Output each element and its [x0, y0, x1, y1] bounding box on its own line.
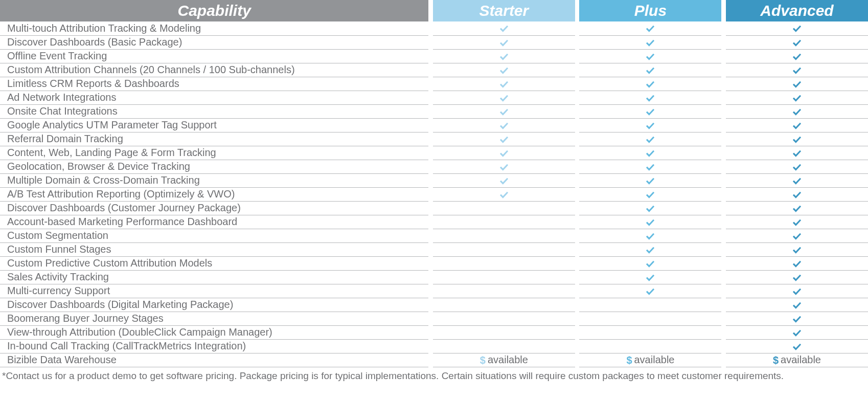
capability-label: Custom Predictive Custom Attribution Mod… [0, 256, 428, 270]
column-gap [721, 146, 725, 160]
column-gap [575, 49, 579, 63]
check-icon [791, 133, 803, 144]
table-row: In-bound Call Tracking (CallTrackMetrics… [0, 339, 868, 353]
plan-cell [579, 256, 721, 270]
column-gap [721, 353, 725, 367]
available-label: available [488, 355, 528, 366]
plan-cell [726, 256, 868, 270]
plan-cell [579, 173, 721, 187]
plan-cell [433, 339, 575, 353]
capability-label: Bizible Data Warehouse [0, 353, 428, 367]
check-icon [644, 92, 656, 103]
plan-cell [579, 312, 721, 325]
plan-cell [579, 298, 721, 312]
plan-cell [433, 201, 575, 215]
plan-cell [433, 104, 575, 118]
column-gap [575, 146, 579, 160]
check-icon [791, 147, 803, 158]
check-icon [644, 188, 656, 200]
available-label: available [634, 355, 675, 366]
plan-cell [726, 229, 868, 242]
column-gap [721, 187, 725, 201]
check-icon [498, 105, 510, 117]
column-gap [428, 229, 432, 242]
capability-label: Ad Network Integrations [0, 91, 428, 104]
check-icon [791, 216, 803, 227]
table-row: Ad Network Integrations [0, 91, 868, 104]
capability-label: Google Analytics UTM Parameter Tag Suppo… [0, 118, 428, 132]
column-gap [428, 270, 432, 284]
header-plan-plus: Plus [579, 0, 721, 21]
check-icon [791, 285, 803, 296]
column-gap [428, 312, 432, 325]
plan-cell [579, 215, 721, 229]
plan-cell [579, 132, 721, 146]
column-gap [721, 77, 725, 91]
column-gap [428, 339, 432, 353]
capability-label: A/B Test Attribution Reporting (Optimize… [0, 187, 428, 201]
check-icon [644, 230, 656, 241]
capability-label: Sales Activity Tracking [0, 270, 428, 284]
check-icon [791, 271, 803, 282]
capability-label: Offline Event Tracking [0, 49, 428, 63]
plan-cell: $available [433, 353, 575, 367]
plan-cell [579, 118, 721, 132]
check-icon [498, 36, 510, 48]
plan-cell [726, 160, 868, 173]
table-row: Multi-touch Attribution Tracking & Model… [0, 21, 868, 35]
plan-cell [726, 146, 868, 160]
plan-cell [579, 49, 721, 63]
table-row: Custom Segmentation [0, 229, 868, 242]
check-icon [644, 161, 656, 172]
column-gap [428, 173, 432, 187]
column-gap [428, 104, 432, 118]
column-gap [721, 201, 725, 215]
check-icon [791, 92, 803, 103]
column-gap [721, 118, 725, 132]
plan-cell [726, 187, 868, 201]
column-gap [575, 187, 579, 201]
plan-cell [433, 173, 575, 187]
table-row: Offline Event Tracking [0, 49, 868, 63]
table-row: Google Analytics UTM Parameter Tag Suppo… [0, 118, 868, 132]
plan-cell [726, 270, 868, 284]
plan-cell [726, 63, 868, 77]
column-gap [575, 325, 579, 339]
table-row: Bizible Data Warehouse$available$availab… [0, 353, 868, 367]
table-row: Custom Funnel Stages [0, 242, 868, 256]
column-gap [575, 173, 579, 187]
column-gap [428, 215, 432, 229]
plan-cell [433, 132, 575, 146]
table-row: Boomerang Buyer Journey Stages [0, 312, 868, 325]
plan-cell [433, 160, 575, 173]
column-gap [721, 325, 725, 339]
capability-label: Limitless CRM Reports & Dashboards [0, 77, 428, 91]
plan-cell [433, 215, 575, 229]
column-gap [721, 160, 725, 173]
column-gap [575, 298, 579, 312]
check-icon [791, 50, 803, 61]
check-icon [644, 271, 656, 282]
column-gap [428, 91, 432, 104]
check-icon [498, 147, 510, 158]
column-gap [428, 21, 432, 35]
column-gap [721, 132, 725, 146]
capability-label: Multi-touch Attribution Tracking & Model… [0, 21, 428, 35]
column-gap [575, 104, 579, 118]
column-gap [575, 339, 579, 353]
plan-cell [433, 312, 575, 325]
column-gap [428, 49, 432, 63]
check-icon [791, 313, 803, 324]
check-icon [791, 188, 803, 200]
check-icon [791, 202, 803, 213]
capability-label: Discover Dashboards (Customer Journey Pa… [0, 201, 428, 215]
check-icon [644, 244, 656, 255]
capability-label: Custom Funnel Stages [0, 242, 428, 256]
table-row: Discover Dashboards (Basic Package) [0, 35, 868, 49]
plan-cell [433, 118, 575, 132]
check-icon [791, 161, 803, 172]
column-gap [428, 146, 432, 160]
plan-cell [726, 325, 868, 339]
column-gap [721, 104, 725, 118]
table-row: Onsite Chat Integrations [0, 104, 868, 118]
